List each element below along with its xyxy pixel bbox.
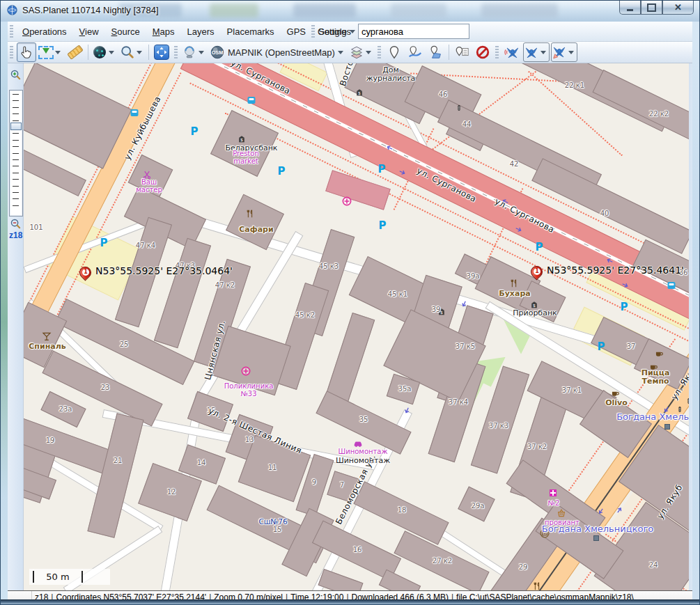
close-button[interactable]: ✕ bbox=[662, 1, 694, 15]
select-icon bbox=[38, 45, 54, 60]
building-number: 24 bbox=[649, 562, 658, 569]
goto-button[interactable] bbox=[91, 42, 118, 62]
parking-icon: P bbox=[378, 164, 386, 175]
building-number: 44 bbox=[462, 121, 472, 129]
poi-label: Preston market bbox=[233, 150, 259, 166]
zoom-tool-button[interactable] bbox=[119, 42, 146, 62]
poi-label: Бухара bbox=[499, 290, 530, 298]
parking-icon: P bbox=[598, 341, 605, 352]
building-number: 12 bbox=[167, 489, 176, 496]
toolbar-gripper[interactable] bbox=[10, 46, 13, 58]
hide-placemarks-button[interactable] bbox=[473, 42, 492, 62]
toolbar-gripper[interactable] bbox=[378, 46, 381, 58]
search-engine-selector[interactable]: Google bbox=[318, 26, 347, 37]
bus-stop-icon bbox=[131, 109, 139, 116]
poi-label: Богдана Хмельницк bbox=[616, 412, 689, 422]
cocktail-icon bbox=[42, 331, 52, 342]
menubar-gripper[interactable] bbox=[10, 25, 13, 38]
building-number: 7 bbox=[340, 482, 344, 489]
menu-item-view[interactable]: View bbox=[73, 24, 105, 40]
map-building bbox=[87, 413, 143, 537]
pan-tool-button[interactable] bbox=[17, 42, 36, 62]
poi-label: Пицца Темпо bbox=[641, 369, 670, 386]
poi-label: Шиномонтаж bbox=[336, 457, 390, 465]
minimize-icon bbox=[627, 9, 633, 11]
chevron-down-icon[interactable] bbox=[109, 51, 114, 57]
add-path-button[interactable] bbox=[405, 42, 425, 62]
magnifier-icon bbox=[120, 45, 135, 60]
chevron-down-icon[interactable] bbox=[540, 51, 546, 57]
chevron-down-icon[interactable] bbox=[366, 51, 371, 57]
menu-item-operations[interactable]: Operations bbox=[16, 24, 73, 40]
parking-icon: P bbox=[536, 242, 543, 253]
chevron-down-icon[interactable] bbox=[137, 51, 142, 57]
layers-menu-button[interactable] bbox=[348, 42, 375, 62]
building-number: 45 к3 bbox=[319, 263, 339, 271]
building-number: 21 bbox=[114, 457, 123, 465]
search-gripper[interactable] bbox=[311, 25, 315, 38]
zoom-slider-handle[interactable] bbox=[10, 123, 22, 130]
taskbar-glass-blob bbox=[293, 3, 356, 17]
building-number: 19 bbox=[46, 437, 55, 445]
taskbar-glass-blob bbox=[391, 3, 446, 17]
gps-track-button[interactable] bbox=[502, 42, 522, 62]
building-number: 37 к4 bbox=[449, 399, 468, 407]
parking-icon: P bbox=[100, 237, 108, 249]
zoom-out-icon[interactable] bbox=[10, 218, 22, 230]
gps-options-button[interactable] bbox=[551, 42, 577, 62]
crosscircle-icon bbox=[241, 366, 251, 377]
zoom-slider[interactable] bbox=[9, 90, 23, 217]
menu-item-source[interactable]: Source bbox=[105, 24, 146, 40]
cup-icon bbox=[655, 348, 664, 357]
building-number: 25 bbox=[120, 341, 129, 349]
building-number: 29 bbox=[519, 564, 528, 572]
building-number: 35а bbox=[398, 386, 412, 393]
building-number: 15 bbox=[273, 526, 282, 534]
chevron-down-icon[interactable] bbox=[350, 30, 355, 36]
building-number: 42 bbox=[510, 161, 519, 168]
chevron-down-icon[interactable] bbox=[199, 51, 204, 57]
bank-icon: $ bbox=[355, 87, 364, 96]
chevron-down-icon[interactable] bbox=[338, 51, 343, 57]
zoom-in-icon[interactable] bbox=[10, 69, 22, 81]
menu-item-layers[interactable]: Layers bbox=[181, 24, 221, 40]
toolbar-separator bbox=[449, 45, 449, 60]
menu-item-placemarks[interactable]: Placemarks bbox=[221, 24, 281, 40]
building-number: 37 к1 bbox=[562, 387, 582, 395]
title-bar[interactable]: SAS.Planet 110714 Nightly [3784] ✕ bbox=[1, 1, 699, 22]
map-source-button[interactable] bbox=[181, 42, 208, 62]
toolbar-gripper[interactable] bbox=[495, 46, 499, 58]
placemark-pin[interactable]: 1 bbox=[79, 266, 93, 287]
maximize-button[interactable] bbox=[641, 1, 662, 15]
hand-icon bbox=[19, 45, 34, 60]
pinpoly-icon bbox=[428, 45, 444, 60]
basket-icon bbox=[557, 508, 566, 517]
building-number: 23 bbox=[101, 384, 110, 392]
toolbar-separator bbox=[88, 45, 88, 60]
poi-label: Сафари bbox=[239, 226, 273, 234]
placemark-pin[interactable]: 1 bbox=[530, 265, 544, 286]
add-placemark-button[interactable] bbox=[384, 42, 404, 62]
fullscreen-button[interactable] bbox=[152, 42, 171, 62]
zoom-level-label: z18 bbox=[9, 230, 22, 240]
chevron-down-icon[interactable] bbox=[55, 51, 61, 57]
placemark-manager-button[interactable] bbox=[452, 42, 472, 62]
chevron-down-icon[interactable] bbox=[568, 51, 574, 57]
toolbar-gripper[interactable] bbox=[174, 46, 178, 58]
search-box: Google bbox=[309, 22, 469, 41]
add-polygon-button[interactable] bbox=[426, 42, 446, 62]
map-canvas[interactable]: 50 m PPPPPPPP$$$$ул. Сургановаул. Сурган… bbox=[24, 63, 689, 590]
parking-icon: P bbox=[278, 166, 286, 177]
minimize-button[interactable] bbox=[619, 1, 641, 15]
search-input[interactable] bbox=[358, 24, 469, 39]
selection-manager-button[interactable] bbox=[38, 42, 64, 62]
menu-item-maps[interactable]: Maps bbox=[146, 24, 181, 40]
svg-text:OSM: OSM bbox=[212, 49, 224, 56]
measure-distance-button[interactable] bbox=[65, 42, 85, 62]
poi-label: Ваш мастер bbox=[136, 179, 162, 194]
gps-connect-button[interactable] bbox=[523, 42, 550, 62]
active-map-button[interactable]: OSMMAPNIK (OpenStreetMap) bbox=[209, 42, 347, 62]
building-number: 46 bbox=[439, 91, 448, 99]
menu-item-gps[interactable]: GPS bbox=[281, 24, 312, 40]
poi-label: Шиномонтаж bbox=[338, 448, 387, 456]
